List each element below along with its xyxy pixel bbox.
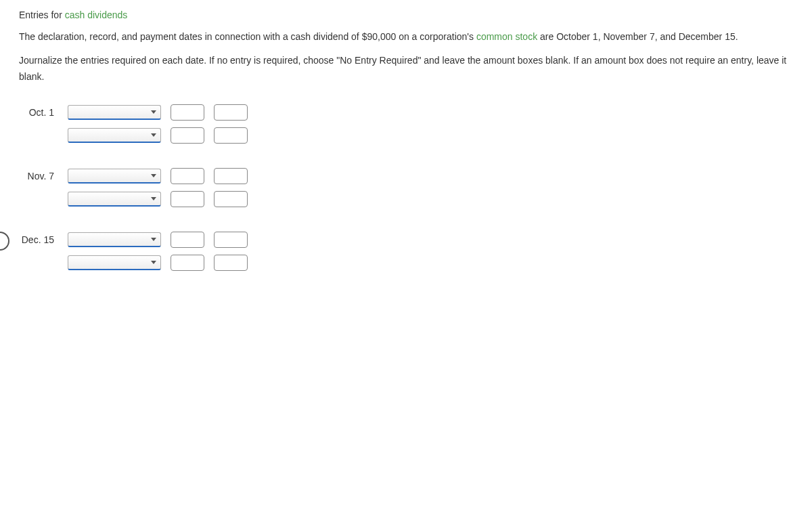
paragraph-1: The declaration, record, and payment dat… <box>19 28 793 45</box>
date-group-oct1: Oct. 1 <box>19 104 793 144</box>
chevron-down-icon <box>151 110 156 114</box>
debit-amount-input[interactable] <box>171 232 204 248</box>
journal-row <box>19 191 793 207</box>
date-group-nov7: Nov. 7 <box>19 168 793 207</box>
common-stock-link[interactable]: common stock <box>476 31 537 42</box>
problem-content: Entries for cash dividends The declarati… <box>0 0 812 305</box>
para1-part2: are October 1, November 7, and December … <box>537 31 738 42</box>
account-select[interactable] <box>68 128 161 143</box>
para1-part1: The declaration, record, and payment dat… <box>19 31 476 42</box>
chevron-down-icon <box>151 174 156 177</box>
debit-amount-input[interactable] <box>171 168 204 184</box>
chevron-down-icon <box>151 238 156 241</box>
account-select[interactable] <box>68 169 161 184</box>
debit-amount-input[interactable] <box>171 191 204 207</box>
problem-title: Entries for cash dividends <box>19 9 793 20</box>
paragraph-2: Journalize the entries required on each … <box>19 52 793 85</box>
step-badge-icon <box>0 232 9 251</box>
journal-row: Oct. 1 <box>19 104 793 121</box>
account-select[interactable] <box>68 105 161 120</box>
account-select[interactable] <box>68 192 161 207</box>
journal-row <box>19 255 793 271</box>
chevron-down-icon <box>151 261 156 264</box>
chevron-down-icon <box>151 133 156 137</box>
journal-row <box>19 127 793 144</box>
credit-amount-input[interactable] <box>214 191 248 207</box>
journal-row: Nov. 7 <box>19 168 793 184</box>
title-prefix: Entries for <box>19 9 65 20</box>
cash-dividends-link[interactable]: cash dividends <box>65 9 128 20</box>
credit-amount-input[interactable] <box>214 255 248 271</box>
credit-amount-input[interactable] <box>214 168 248 184</box>
journal-table: Oct. 1 Nov. 7 <box>19 104 793 271</box>
account-select[interactable] <box>68 255 161 270</box>
credit-amount-input[interactable] <box>214 104 248 121</box>
account-select[interactable] <box>68 232 161 247</box>
debit-amount-input[interactable] <box>171 255 204 271</box>
debit-amount-input[interactable] <box>171 127 204 144</box>
date-group-dec15: Dec. 15 <box>19 232 793 271</box>
date-label-nov7: Nov. 7 <box>19 171 58 181</box>
date-label-oct1: Oct. 1 <box>19 107 58 118</box>
journal-row: Dec. 15 <box>19 232 793 248</box>
credit-amount-input[interactable] <box>214 232 248 248</box>
debit-amount-input[interactable] <box>171 104 204 121</box>
chevron-down-icon <box>151 197 156 200</box>
credit-amount-input[interactable] <box>214 127 248 144</box>
date-label-dec15: Dec. 15 <box>19 234 58 245</box>
